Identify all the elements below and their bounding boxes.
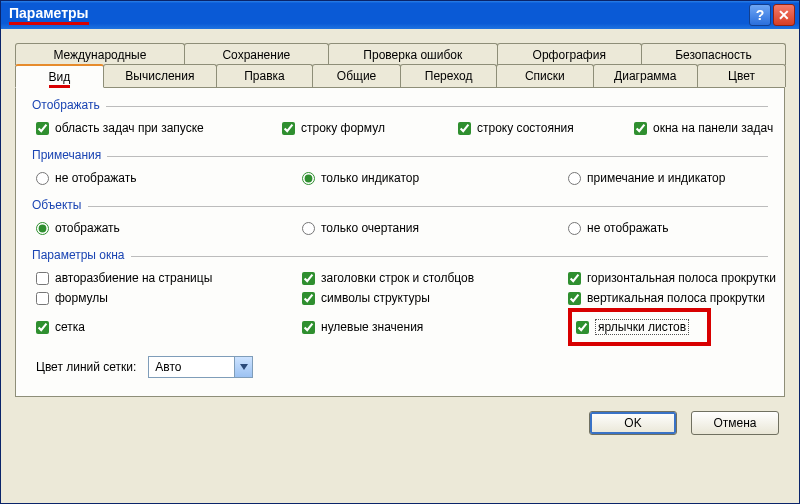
tab-chart[interactable]: Диаграмма xyxy=(593,64,699,87)
checkbox-gridlines[interactable]: сетка xyxy=(36,317,296,337)
dialog-button-row: OK Отмена xyxy=(1,397,799,435)
tab-panel-view: Отображать область задач при запуске стр… xyxy=(15,87,785,397)
comments-options-row: не отображать только индикатор примечани… xyxy=(36,168,768,188)
tab-row-2: Вид Вычисления Правка Общие Переход Спис… xyxy=(15,65,785,87)
tabs-container: Международные Сохранение Проверка ошибок… xyxy=(1,29,799,397)
gridline-color-row: Цвет линий сетки: Авто xyxy=(36,356,768,378)
checkbox-outline[interactable]: символы структуры xyxy=(302,288,562,308)
help-button[interactable]: ? xyxy=(749,4,771,26)
tab-general[interactable]: Общие xyxy=(312,64,401,87)
cancel-button[interactable]: Отмена xyxy=(691,411,779,435)
tab-lists[interactable]: Списки xyxy=(496,64,593,87)
window-title: Параметры xyxy=(9,5,89,25)
chevron-down-icon xyxy=(234,357,252,377)
radio-objects-placeholders[interactable]: только очертания xyxy=(302,218,562,238)
checkbox-vscroll[interactable]: вертикальная полоса прокрутки xyxy=(568,288,800,308)
window-options-row-2: формулы символы структуры вертикальная п… xyxy=(36,288,768,308)
tab-calculation[interactable]: Вычисления xyxy=(103,64,217,87)
ok-button[interactable]: OK xyxy=(589,411,677,435)
group-display: Отображать xyxy=(32,98,768,112)
checkbox-page-breaks[interactable]: авторазбиение на страницы xyxy=(36,268,296,288)
window-options-row-1: авторазбиение на страницы заголовки стро… xyxy=(36,268,768,288)
highlight-sheet-tabs: ярлычки листов xyxy=(568,308,711,346)
checkbox-hscroll[interactable]: горизонтальная полоса прокрутки xyxy=(568,268,800,288)
window-options-row-3: сетка нулевые значения ярлычки листов xyxy=(36,308,768,346)
radio-objects-show[interactable]: отображать xyxy=(36,218,296,238)
tab-transition[interactable]: Переход xyxy=(400,64,497,87)
checkbox-formula-bar[interactable]: строку формул xyxy=(282,118,452,138)
tab-edit[interactable]: Правка xyxy=(216,64,313,87)
tab-row-1: Международные Сохранение Проверка ошибок… xyxy=(15,43,785,65)
tab-color[interactable]: Цвет xyxy=(697,64,786,87)
gridline-color-label: Цвет линий сетки: xyxy=(36,360,136,374)
radio-objects-hide[interactable]: не отображать xyxy=(568,218,800,238)
tab-security[interactable]: Безопасность xyxy=(641,43,786,65)
checkbox-headers[interactable]: заголовки строк и столбцов xyxy=(302,268,562,288)
tab-international[interactable]: Международные xyxy=(15,43,185,65)
group-comments: Примечания xyxy=(32,148,768,162)
radio-comments-indicator[interactable]: только индикатор xyxy=(302,168,562,188)
gridline-color-dropdown[interactable]: Авто xyxy=(148,356,253,378)
display-options-row: область задач при запуске строку формул … xyxy=(36,118,768,138)
close-button[interactable]: ✕ xyxy=(773,4,795,26)
checkbox-sheet-tabs[interactable]: ярлычки листов xyxy=(576,316,689,338)
checkbox-taskbar-windows[interactable]: окна на панели задач xyxy=(634,118,800,138)
titlebar[interactable]: Параметры ? ✕ xyxy=(1,1,799,29)
tab-error-checking[interactable]: Проверка ошибок xyxy=(328,43,498,65)
radio-comments-none[interactable]: не отображать xyxy=(36,168,296,188)
tab-view[interactable]: Вид xyxy=(15,64,104,88)
checkbox-taskpane[interactable]: область задач при запуске xyxy=(36,118,276,138)
group-objects: Объекты xyxy=(32,198,768,212)
checkbox-zeros[interactable]: нулевые значения xyxy=(302,317,562,337)
options-dialog: Параметры ? ✕ Международные Сохранение П… xyxy=(0,0,800,504)
group-window-options: Параметры окна xyxy=(32,248,768,262)
tab-spelling[interactable]: Орфография xyxy=(497,43,642,65)
checkbox-formulas[interactable]: формулы xyxy=(36,288,296,308)
objects-options-row: отображать только очертания не отображат… xyxy=(36,218,768,238)
radio-comments-full[interactable]: примечание и индикатор xyxy=(568,168,800,188)
checkbox-status-bar[interactable]: строку состояния xyxy=(458,118,628,138)
tab-save[interactable]: Сохранение xyxy=(184,43,329,65)
